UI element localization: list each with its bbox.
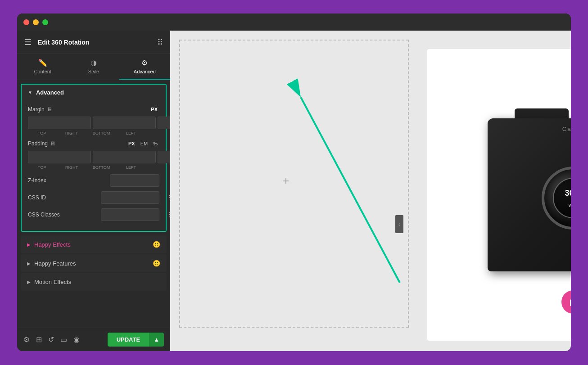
hamburger-icon[interactable]: ☰	[24, 37, 32, 47]
css-classes-input[interactable]	[101, 212, 169, 217]
motion-effects-accordion: ▶ Motion Effects	[21, 273, 167, 291]
camera-body: Canon EOS-1 360° ↻ view Ds Mark II	[488, 118, 571, 271]
camera-body-wrapper: Canon EOS-1 360° ↻ view Ds Mark II	[488, 118, 571, 271]
advanced-accordion-title: Advanced	[36, 89, 64, 96]
padding-right-label: RIGHT	[58, 165, 86, 170]
happy-features-arrow: ▶	[27, 261, 31, 266]
margin-inputs: 🔗	[28, 117, 159, 129]
z-index-label: Z-Index	[28, 177, 46, 184]
padding-bottom-input[interactable]	[158, 151, 170, 163]
padding-inputs: 🔗	[28, 151, 159, 163]
motion-effects-left: ▶ Motion Effects	[27, 279, 71, 285]
bottom-bar: ⚙ ⊞ ↺ ▭ ◉ UPDATE ▲	[17, 328, 170, 351]
css-id-input[interactable]	[101, 195, 169, 200]
collapse-panel-button[interactable]: ‹	[395, 215, 403, 233]
margin-device-icon: 🖥	[47, 106, 52, 113]
preview-icon[interactable]: ◉	[73, 335, 80, 344]
sidebar-header: ☰ Edit 360 Rotation ⠿	[17, 31, 170, 54]
happy-effects-header[interactable]: ▶ Happy Effects 🙂	[21, 235, 167, 253]
history-icon[interactable]: ↺	[48, 335, 54, 344]
margin-unit-px[interactable]: PX	[149, 106, 159, 113]
add-section-icon[interactable]: +	[283, 175, 289, 187]
margin-left-label: LEFT	[117, 131, 145, 135]
tab-style-label: Style	[88, 69, 99, 74]
app-window: ☰ Edit 360 Rotation ⠿ ✏️ Content ◑ Style…	[17, 14, 571, 351]
advanced-tab-icon: ⚙	[141, 59, 148, 67]
z-index-row: Z-Index	[28, 174, 159, 187]
padding-bottom-label: BOTTOM	[87, 165, 115, 170]
padding-row: Padding 🖥 PX EM %	[28, 140, 159, 147]
settings-icon[interactable]: ⚙	[23, 335, 30, 344]
padding-unit-em[interactable]: EM	[139, 140, 150, 147]
padding-top-input[interactable]	[28, 151, 91, 163]
sidebar-tabs: ✏️ Content ◑ Style ⚙ Advanced	[17, 54, 170, 80]
css-id-row: CSS ID ☰	[28, 191, 159, 204]
margin-bottom-label: BOTTOM	[87, 131, 115, 135]
margin-right-input[interactable]	[93, 117, 156, 129]
happy-features-header[interactable]: ▶ Happy Features 🙂	[21, 254, 167, 272]
camera-card: Canon EOS-1 360° ↻ view Ds Mark II	[427, 49, 571, 341]
advanced-accordion-header[interactable]: ▼ Advanced	[22, 85, 166, 100]
happy-effects-arrow: ▶	[27, 242, 31, 247]
motion-effects-title: Motion Effects	[34, 279, 71, 285]
traffic-light-yellow[interactable]	[33, 19, 39, 25]
padding-right-input[interactable]	[93, 151, 156, 163]
css-classes-label: CSS Classes	[28, 212, 60, 218]
tab-content-label: Content	[34, 69, 51, 74]
css-id-input-group: ☰	[101, 191, 159, 204]
happy-effects-accordion: ▶ Happy Effects 🙂	[21, 235, 167, 253]
padding-labels: TOP RIGHT BOTTOM LEFT	[28, 165, 159, 170]
padding-units: PX EM %	[127, 140, 159, 147]
margin-row: Margin 🖥 PX	[28, 106, 159, 113]
happy-features-title: Happy Features	[34, 260, 76, 267]
main-layout: ☰ Edit 360 Rotation ⠿ ✏️ Content ◑ Style…	[17, 31, 571, 351]
padding-device-icon: 🖥	[50, 140, 55, 147]
update-btn-group: UPDATE ▲	[108, 333, 164, 347]
padding-unit-percent[interactable]: %	[151, 140, 159, 147]
camera-image-area: Canon EOS-1 360° ↻ view Ds Mark II	[479, 100, 571, 289]
advanced-accordion-body: Margin 🖥 PX 🔗 TOP RIGHT	[22, 100, 166, 231]
tab-content[interactable]: ✏️ Content	[17, 54, 68, 80]
grid-icon[interactable]: ⠿	[157, 37, 163, 47]
happy-effects-left: ▶ Happy Effects	[27, 241, 71, 248]
margin-labels: TOP RIGHT BOTTOM LEFT	[28, 131, 159, 135]
title-bar	[17, 14, 571, 31]
layers-icon[interactable]: ⊞	[36, 335, 42, 344]
happy-features-left: ▶ Happy Features	[27, 260, 76, 267]
play-button[interactable]: ▶	[561, 290, 571, 314]
camera-brand: Canon	[562, 126, 571, 132]
accordion-header-left: ▼ Advanced	[28, 89, 64, 96]
lens-view-text: view	[569, 203, 571, 208]
lens-360-badge: 360° ↻ view	[553, 178, 571, 218]
margin-right-label: RIGHT	[58, 131, 86, 135]
style-tab-icon: ◑	[90, 59, 97, 67]
tab-advanced[interactable]: ⚙ Advanced	[119, 54, 170, 80]
padding-left-label: LEFT	[117, 165, 145, 170]
margin-bottom-input[interactable]	[158, 117, 170, 129]
responsive-icon[interactable]: ▭	[60, 335, 67, 344]
padding-label: Padding 🖥	[28, 140, 55, 147]
css-classes-input-group: ☰	[101, 208, 159, 221]
motion-effects-header[interactable]: ▶ Motion Effects	[21, 273, 167, 291]
css-classes-row: CSS Classes ☰	[28, 208, 159, 221]
sidebar: ☰ Edit 360 Rotation ⠿ ✏️ Content ◑ Style…	[17, 31, 170, 351]
traffic-light-red[interactable]	[23, 19, 29, 25]
advanced-accordion: ▼ Advanced Margin 🖥 PX	[21, 84, 167, 232]
update-button[interactable]: UPDATE	[108, 333, 149, 347]
margin-top-label: TOP	[28, 131, 56, 135]
traffic-light-green[interactable]	[42, 19, 48, 25]
update-arrow-button[interactable]: ▲	[149, 333, 164, 347]
content-tab-icon: ✏️	[38, 59, 47, 67]
css-id-label: CSS ID	[28, 194, 46, 201]
padding-unit-px[interactable]: PX	[127, 140, 137, 147]
sidebar-header-left: ☰ Edit 360 Rotation	[24, 37, 89, 47]
tab-style[interactable]: ◑ Style	[68, 54, 119, 80]
camera-lens: 360° ↻ view	[542, 167, 571, 230]
happy-effects-title: Happy Effects	[34, 241, 71, 248]
margin-top-input[interactable]	[28, 117, 91, 129]
happy-features-accordion: ▶ Happy Features 🙂	[21, 254, 167, 272]
z-index-input[interactable]	[110, 174, 159, 187]
sidebar-title: Edit 360 Rotation	[38, 39, 89, 46]
accordion-arrow-icon: ▼	[28, 90, 32, 95]
motion-effects-arrow: ▶	[27, 279, 31, 284]
